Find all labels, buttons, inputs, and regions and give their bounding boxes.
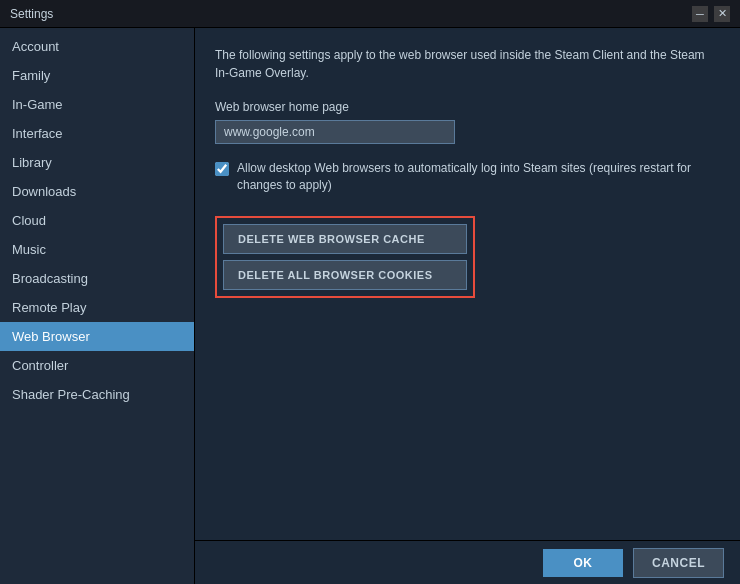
sidebar: AccountFamilyIn-GameInterfaceLibraryDown…: [0, 28, 195, 584]
cancel-button[interactable]: CANCEL: [633, 548, 724, 578]
sidebar-item-in-game[interactable]: In-Game: [0, 90, 194, 119]
action-section: DELETE WEB BROWSER CACHE DELETE ALL BROW…: [215, 216, 475, 298]
sidebar-item-music[interactable]: Music: [0, 235, 194, 264]
sidebar-item-account[interactable]: Account: [0, 32, 194, 61]
sidebar-item-family[interactable]: Family: [0, 61, 194, 90]
footer: OK CANCEL: [195, 540, 740, 584]
window-controls: ─ ✕: [692, 6, 730, 22]
checkbox-label: Allow desktop Web browsers to automatica…: [237, 160, 720, 194]
description-text: The following settings apply to the web …: [215, 46, 720, 82]
ok-button[interactable]: OK: [543, 549, 623, 577]
auto-login-checkbox[interactable]: [215, 162, 229, 176]
content-area: The following settings apply to the web …: [195, 28, 740, 584]
window-title: Settings: [10, 7, 53, 21]
sidebar-item-cloud[interactable]: Cloud: [0, 206, 194, 235]
minimize-button[interactable]: ─: [692, 6, 708, 22]
home-page-input[interactable]: [215, 120, 455, 144]
sidebar-item-downloads[interactable]: Downloads: [0, 177, 194, 206]
sidebar-item-web-browser[interactable]: Web Browser: [0, 322, 194, 351]
close-button[interactable]: ✕: [714, 6, 730, 22]
sidebar-item-shader-pre-caching[interactable]: Shader Pre-Caching: [0, 380, 194, 409]
sidebar-item-library[interactable]: Library: [0, 148, 194, 177]
delete-cookies-button[interactable]: DELETE ALL BROWSER COOKIES: [223, 260, 467, 290]
main-layout: AccountFamilyIn-GameInterfaceLibraryDown…: [0, 28, 740, 584]
titlebar: Settings ─ ✕: [0, 0, 740, 28]
sidebar-item-interface[interactable]: Interface: [0, 119, 194, 148]
sidebar-item-broadcasting[interactable]: Broadcasting: [0, 264, 194, 293]
home-page-label: Web browser home page: [215, 100, 720, 114]
sidebar-item-remote-play[interactable]: Remote Play: [0, 293, 194, 322]
sidebar-item-controller[interactable]: Controller: [0, 351, 194, 380]
checkbox-row: Allow desktop Web browsers to automatica…: [215, 160, 720, 194]
delete-cache-button[interactable]: DELETE WEB BROWSER CACHE: [223, 224, 467, 254]
